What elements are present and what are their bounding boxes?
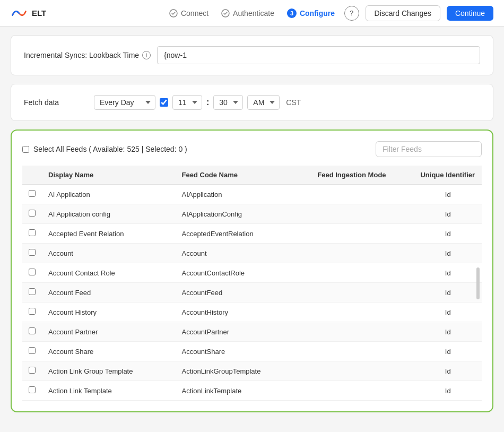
top-navigation: ELT Connect Authenticate 3 Configure ? D… [0,0,504,27]
table-row: Action Link Template ActionLinkTemplate … [22,381,482,401]
row-checkbox-3[interactable] [29,249,36,256]
row-display-name: AI Application config [42,204,176,224]
lookback-card: Incremental Syncs: Lookback Time i [11,35,493,75]
table-row: Accepted Event Relation AcceptedEventRel… [22,224,482,244]
row-ingestion-mode [311,283,414,303]
row-checkbox-cell [22,204,42,224]
row-display-name: Account Feed [42,283,176,303]
select-all-label: Select All Feeds ( Available: 525 | Sele… [33,145,187,153]
logo-icon [11,5,28,22]
th-unique-identifier: Unique Identifier [414,166,482,185]
row-checkbox-cell [22,342,42,361]
row-checkbox-6[interactable] [29,308,36,315]
row-unique-id: Id [414,204,482,224]
row-checkbox-cell [22,185,42,204]
table-row: Account History AccountHistory Id [22,303,482,322]
row-ingestion-mode [311,263,414,283]
feeds-header: Select All Feeds ( Available: 525 | Sele… [22,141,482,157]
row-checkbox-2[interactable] [29,229,36,236]
row-code-name: AIApplicationConfig [176,204,311,224]
row-unique-id: Id [414,283,482,303]
row-display-name: Action Link Group Template [42,361,176,381]
table-row: Account Partner AccountPartner Id [22,322,482,342]
th-feed-ingestion-mode: Feed Ingestion Mode [311,166,414,185]
row-checkbox-1[interactable] [29,210,36,217]
step-configure: 3 Configure [287,8,335,18]
main-content: Incremental Syncs: Lookback Time i Fetch… [0,27,504,429]
row-code-name: ActionLinkTemplate [176,381,311,401]
time-separator: : [206,98,209,107]
lookback-row: Incremental Syncs: Lookback Time i [24,46,480,64]
scrollbar-handle[interactable] [476,267,480,299]
row-checkbox-cell [22,283,42,303]
step-configure-label: Configure [300,9,335,18]
th-feed-code-name: Feed Code Name [176,166,311,185]
table-row: Account Contact Role AccountContactRole … [22,263,482,283]
row-checkbox-10[interactable] [29,386,36,393]
table-header: Display Name Feed Code Name Feed Ingesti… [22,166,482,185]
row-checkbox-5[interactable] [29,288,36,295]
fetch-checkbox[interactable] [160,98,168,107]
table-row: Action Link Group Template ActionLinkGro… [22,361,482,381]
row-ingestion-mode [311,303,414,322]
row-code-name: AccountHistory [176,303,311,322]
step-authenticate-label: Authenticate [233,9,274,18]
step-number-badge: 3 [287,8,297,18]
row-display-name: Account History [42,303,176,322]
row-unique-id: Id [414,185,482,204]
row-code-name: AccountShare [176,342,311,361]
row-checkbox-cell [22,303,42,322]
feeds-table-wrapper: Display Name Feed Code Name Feed Ingesti… [22,166,482,401]
row-ingestion-mode [311,185,414,204]
table-row: AI Application AIApplication Id [22,185,482,204]
feeds-table: Display Name Feed Code Name Feed Ingesti… [22,166,482,401]
row-ingestion-mode [311,224,414,244]
row-display-name: Account Contact Role [42,263,176,283]
row-unique-id: Id [414,361,482,381]
minute-select[interactable]: 30 00 15 45 [213,95,243,110]
lookback-input[interactable] [157,46,480,64]
table-row: Account Feed AccountFeed Id [22,283,482,303]
row-code-name: AcceptedEventRelation [176,224,311,244]
step-connect-label: Connect [181,9,208,18]
feeds-table-body: AI Application AIApplication Id AI Appli… [22,185,482,401]
row-checkbox-8[interactable] [29,347,36,354]
fetch-controls: Every Day Every Hour Every Week 11 12 01… [94,95,301,110]
frequency-select[interactable]: Every Day Every Hour Every Week [94,95,155,110]
row-unique-id: Id [414,244,482,263]
row-checkbox-9[interactable] [29,367,36,374]
row-unique-id: Id [414,224,482,244]
discard-changes-button[interactable]: Discard Changes [366,5,440,21]
help-icon: ? [350,9,353,17]
row-checkbox-cell [22,322,42,342]
lookback-label: Incremental Syncs: Lookback Time i [24,51,151,59]
row-unique-id: Id [414,342,482,361]
nav-actions: ? Discard Changes Continue [344,5,493,21]
lookback-info-icon[interactable]: i [142,51,151,59]
row-checkbox-0[interactable] [29,190,36,197]
row-display-name: Account Partner [42,322,176,342]
period-select[interactable]: AM PM [247,95,280,110]
filter-feeds-input[interactable] [376,141,482,157]
row-code-name: ActionLinkGroupTemplate [176,361,311,381]
row-checkbox-7[interactable] [29,327,36,334]
hour-select[interactable]: 11 12 01 [172,95,202,110]
continue-button[interactable]: Continue [447,6,493,21]
row-code-name: AccountContactRole [176,263,311,283]
row-display-name: Account [42,244,176,263]
table-row: Account Account Id [22,244,482,263]
select-all-checkbox[interactable] [22,146,29,153]
row-checkbox-cell [22,263,42,283]
th-display-name: Display Name [42,166,176,185]
table-row: Account Share AccountShare Id [22,342,482,361]
row-unique-id: Id [414,322,482,342]
table-row: AI Application config AIApplicationConfi… [22,204,482,224]
row-checkbox-4[interactable] [29,269,36,275]
row-code-name: AccountPartner [176,322,311,342]
logo-area: ELT [11,5,46,22]
help-button[interactable]: ? [344,6,359,21]
check-icon-connect [169,9,178,18]
row-display-name: AI Application [42,185,176,204]
row-unique-id: Id [414,303,482,322]
row-ingestion-mode [311,342,414,361]
